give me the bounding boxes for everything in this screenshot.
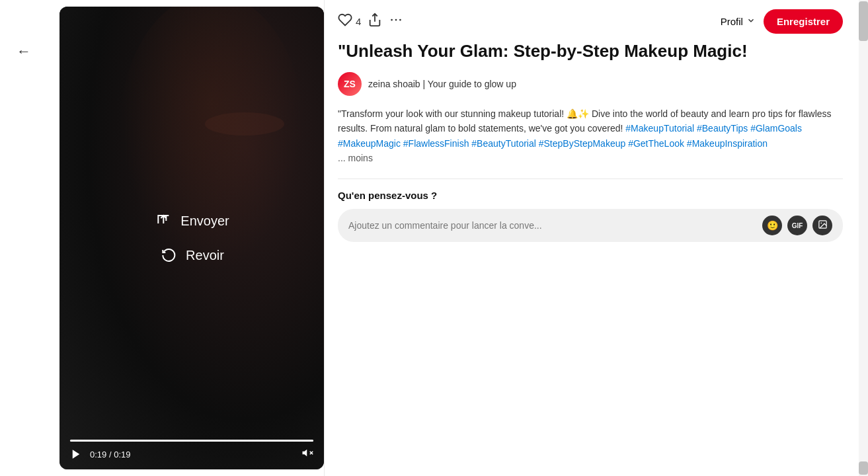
- emoji-icon: 🙂: [767, 220, 778, 231]
- video-center-controls: Envoyer Revoir: [154, 212, 229, 264]
- back-arrow-icon: ←: [17, 43, 31, 60]
- send-button[interactable]: Envoyer: [154, 212, 229, 230]
- svg-marker-0: [73, 450, 80, 459]
- play-button[interactable]: [70, 448, 82, 460]
- comment-input[interactable]: [348, 220, 756, 231]
- share-button[interactable]: [368, 13, 382, 30]
- volume-button[interactable]: [301, 447, 313, 461]
- author-avatar: ZS: [338, 72, 362, 96]
- video-progress-fill: [70, 440, 313, 442]
- back-button[interactable]: ←: [17, 43, 31, 60]
- profil-label: Profil: [721, 16, 743, 27]
- video-panel: Envoyer Revoir 0:19 / 0:19: [59, 7, 324, 469]
- right-content: "Unleash Your Glam: Step-by-Step Makeup …: [325, 40, 859, 476]
- video-bottom-bar: 0:19 / 0:19: [59, 434, 324, 469]
- scroll-bar[interactable]: [859, 0, 868, 476]
- save-button[interactable]: Enregistrer: [764, 9, 843, 34]
- image-icon: [818, 219, 828, 231]
- more-options-button[interactable]: [389, 13, 403, 30]
- svg-point-9: [820, 223, 822, 224]
- heart-icon: [338, 13, 352, 30]
- video-controls-row: 0:19 / 0:19: [70, 447, 313, 461]
- svg-point-5: [391, 19, 393, 21]
- send-label: Envoyer: [180, 214, 229, 229]
- svg-point-7: [399, 19, 401, 21]
- time-display: 0:19 / 0:19: [90, 450, 130, 459]
- comments-section: Qu'en pensez-vous ? 🙂 GIF: [338, 178, 843, 242]
- scroll-thumb-bottom[interactable]: [859, 461, 868, 475]
- scroll-thumb-top[interactable]: [859, 1, 868, 41]
- comments-label: Qu'en pensez-vous ?: [338, 190, 843, 201]
- back-area: ←: [0, 0, 59, 476]
- gif-icon: GIF: [792, 222, 803, 229]
- less-button[interactable]: ... moins: [338, 153, 373, 163]
- comment-input-row: 🙂 GIF: [338, 209, 843, 242]
- emoji-button[interactable]: 🙂: [762, 216, 782, 235]
- right-panel: 4 Profil: [324, 0, 868, 476]
- svg-marker-1: [303, 450, 307, 457]
- toolbar-left: 4: [338, 13, 403, 30]
- image-button[interactable]: [812, 216, 832, 235]
- profil-chevron-icon: [746, 16, 756, 27]
- replay-button[interactable]: Revoir: [159, 246, 224, 264]
- send-icon: [154, 212, 173, 230]
- post-title: "Unleash Your Glam: Step-by-Step Makeup …: [338, 40, 843, 63]
- like-button[interactable]: 4: [338, 13, 361, 30]
- author-row: ZS zeina shoaib | Your guide to glow up: [338, 72, 843, 96]
- replay-icon: [159, 246, 178, 264]
- video-progress-bar[interactable]: [70, 440, 313, 442]
- like-count: 4: [356, 16, 361, 27]
- toolbar: 4 Profil: [325, 0, 859, 40]
- comment-icons: 🙂 GIF: [762, 216, 832, 235]
- svg-point-6: [395, 19, 397, 21]
- profil-button[interactable]: Profil: [721, 16, 756, 27]
- post-description: "Transform your look with our stunning m…: [338, 106, 843, 166]
- replay-label: Revoir: [186, 248, 224, 263]
- author-name: zeina shoaib | Your guide to glow up: [368, 79, 516, 89]
- gif-button[interactable]: GIF: [787, 216, 807, 235]
